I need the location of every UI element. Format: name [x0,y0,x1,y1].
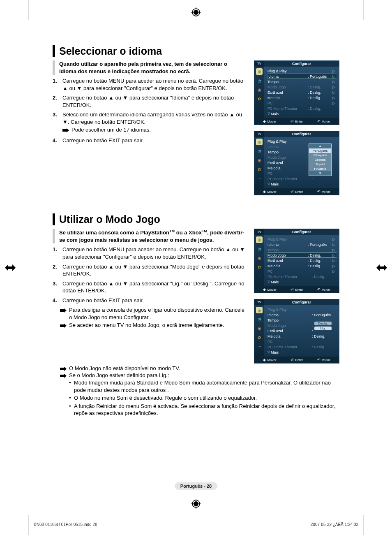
step-list: 1.Carregue no botão MENU para aceder ao … [53,246,246,304]
note-arrow-icon [60,365,67,371]
svg-marker-11 [60,308,67,313]
page-number-badge: Português - 28 [175,482,217,490]
svg-marker-8 [5,264,16,271]
file-name-text: BN68-01186H-01Por-0515.indd 28 [34,522,97,527]
title-bar-icon [53,213,55,225]
side-arrow-right-icon [376,262,387,273]
osd-sidebar-icons: ▣ ◔ ◉ ✿ ⋯ [254,67,264,118]
print-metadata: BN68-01186H-01Por-0515.indd 28 2007-05-2… [34,522,358,527]
svg-marker-12 [60,324,67,328]
note-arrow-icon [60,372,67,378]
registration-mark-icon [191,7,201,17]
svg-point-4 [192,500,200,507]
svg-point-5 [194,501,198,506]
enter-icon: ⏎ [291,119,294,123]
step-list: 1.Carregue no botão MENU para aceder ao … [53,77,246,144]
timestamp-text: 2007-05-22 ¿ÀÈÄ 1:24:02 [311,522,358,527]
section-title: Seleccionar o idioma [59,45,162,57]
section-game-mode: Utilizar o Modo Jogo Se utilizar uma con… [53,213,339,418]
osd-option-off: Deslig. [314,322,332,325]
svg-marker-10 [62,128,69,132]
section-language: Seleccionar o idioma Quando utilizar o a… [53,45,339,195]
note-arrow-icon [60,322,67,329]
intro-text: Se utilizar uma consola como a PlayStati… [59,229,246,243]
section-title: Utilizar o Modo Jogo [59,213,160,225]
svg-point-1 [194,10,198,15]
osd-language-dropdown: ▲ Português Ελληνικά Čeština Srpski Hrva… [309,144,332,176]
svg-marker-9 [376,264,387,271]
intro-text: Quando utilizar o aparelho pela primeira… [59,60,246,75]
registration-mark-icon [191,499,201,509]
move-icon: ◆ [263,119,266,123]
osd-option-on: Lig. [314,327,332,330]
side-arrow-left-icon [5,262,16,273]
svg-point-0 [192,9,200,16]
osd-panel-game-list: TVConfigurar ▣ ◔ ◉ ✿ ⋯ Plug & Play▷ Idio… [254,229,339,293]
bullet-list: Modo Imagem muda para Standard e Modo So… [69,379,339,417]
osd-panel-language-dropdown: TVConfigurar ▣ ◔ ◉ ✿ ⋯ Plug & Play Idiom… [254,131,339,195]
note-text: Pode escolher um de 17 idiomas. [71,126,151,134]
note-arrow-icon [60,306,67,321]
svg-marker-13 [60,367,67,371]
osd-panel-language-list: TVConfigurar ▣ ◔ ◉ ✿ ⋯ Plug & Play▷ Idio… [254,60,339,125]
title-bar-icon [53,45,55,57]
svg-marker-14 [60,374,67,378]
return-icon: ↶ [317,119,321,123]
osd-panel-game-toggle: TVConfigurar ▣ ◔ ◉ ✿ ⋯ Plug & Play Idiom… [254,299,339,364]
note-arrow-icon [62,126,69,134]
